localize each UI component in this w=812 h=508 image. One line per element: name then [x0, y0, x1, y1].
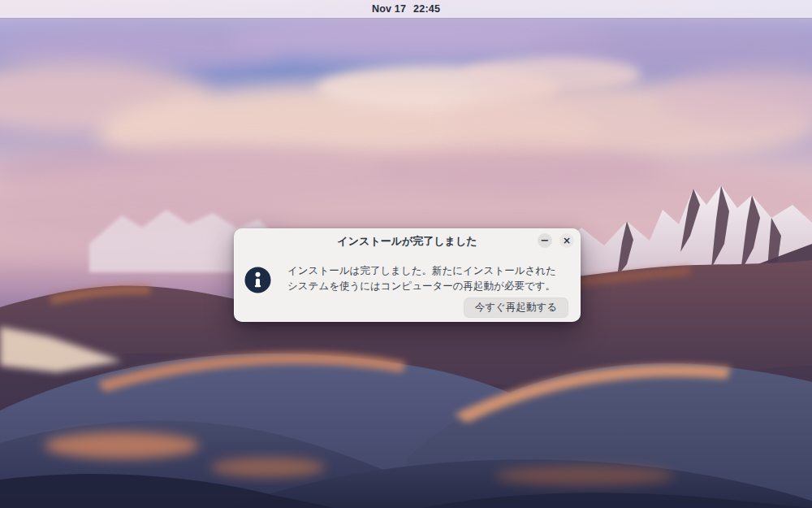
info-icon: [244, 267, 271, 293]
installation-complete-dialog: インストールが完了しました − × インストールは完了しました。新たにインストー…: [234, 228, 581, 322]
restart-now-button[interactable]: 今すぐ再起動する: [464, 297, 568, 318]
dialog-message: インストールは完了しました。新たにインストールされたシステムを使うにはコンピュー…: [287, 263, 566, 294]
minimize-button[interactable]: −: [538, 233, 552, 248]
dialog-title: インストールが完了しました: [337, 234, 477, 249]
close-icon: ×: [563, 235, 571, 246]
dialog-titlebar[interactable]: インストールが完了しました − ×: [234, 228, 581, 253]
clock-menu-button[interactable]: Nov 17 22:45: [364, 2, 448, 15]
clock-time: 22:45: [413, 3, 440, 15]
minimize-icon: −: [541, 234, 550, 246]
dialog-content: インストールは完了しました。新たにインストールされたシステムを使うにはコンピュー…: [234, 253, 581, 294]
close-button[interactable]: ×: [559, 233, 574, 248]
clock-date: Nov 17: [372, 3, 406, 15]
top-bar: Nov 17 22:45: [0, 0, 812, 18]
